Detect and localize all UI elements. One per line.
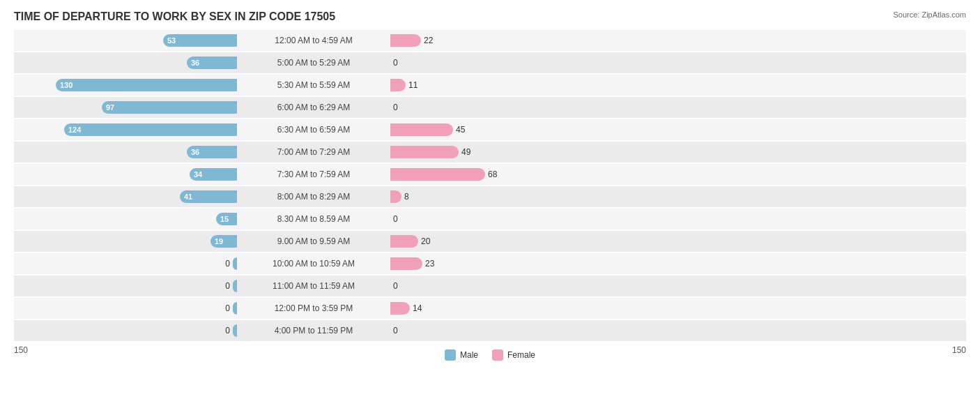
male-bar: 15 (216, 213, 237, 225)
right-bar-container: 0 (390, 101, 613, 114)
left-bar-container: 0 (14, 257, 237, 270)
time-label: 12:00 PM to 3:59 PM (237, 303, 390, 313)
time-label: 8:00 AM to 8:29 AM (237, 192, 390, 202)
source-text: Source: ZipAtlas.com (893, 10, 966, 19)
chart-container: TIME OF DEPARTURE TO WORK BY SEX IN ZIP … (0, 0, 980, 415)
male-bar: 97 (102, 101, 237, 114)
female-bar (390, 257, 422, 270)
chart-row: 124 6:30 AM to 6:59 AM 45 (14, 119, 966, 140)
male-value: 36 (191, 148, 199, 156)
female-bar (390, 168, 485, 181)
bottom-left-label: 150 (14, 345, 28, 361)
male-bar: 53 (163, 34, 237, 47)
male-value: 0 (225, 303, 233, 313)
right-bar-container: 45 (390, 123, 613, 136)
female-value: 68 (485, 169, 523, 179)
chart-row: 36 7:00 AM to 7:29 AM 49 (14, 142, 966, 163)
legend: Male Female (445, 349, 535, 361)
time-label: 4:00 PM to 11:59 PM (237, 326, 390, 335)
left-bar-container: 36 (14, 56, 237, 69)
chart-row: 53 12:00 AM to 4:59 AM 22 (14, 30, 966, 51)
female-bar (390, 146, 459, 158)
female-bar (390, 79, 406, 91)
time-label: 7:00 AM to 7:29 AM (237, 147, 390, 157)
male-bar: 124 (64, 123, 237, 136)
female-value: 0 (390, 103, 429, 112)
right-bar-container: 20 (390, 235, 613, 248)
chart-row: 15 8.30 AM to 8.59 AM 0 (14, 209, 966, 229)
bottom-labels: 150 Male Female 150 (14, 345, 966, 361)
left-bar-container: 19 (14, 235, 237, 248)
left-bar-container: 53 (14, 34, 237, 47)
time-label: 11:00 AM to 11:59 AM (237, 281, 390, 291)
legend-male-box (445, 349, 456, 361)
female-bar (390, 235, 418, 248)
time-label: 8.30 AM to 8.59 AM (237, 214, 390, 224)
male-bar: 41 (180, 190, 237, 203)
right-bar-container: 8 (390, 190, 613, 203)
female-value: 8 (401, 192, 440, 202)
male-bar: 36 (187, 56, 237, 69)
chart-title: TIME OF DEPARTURE TO WORK BY SEX IN ZIP … (14, 10, 966, 23)
female-value: 49 (459, 147, 497, 157)
time-label: 7:30 AM to 7:59 AM (237, 169, 390, 179)
legend-female-box (492, 349, 503, 361)
male-value: 41 (184, 193, 192, 201)
legend-female: Female (492, 349, 535, 361)
female-value: 45 (453, 125, 491, 135)
female-value: 11 (406, 80, 444, 90)
female-bar (390, 302, 410, 315)
male-bar: 19 (210, 235, 237, 248)
chart-row: 34 7:30 AM to 7:59 AM 68 (14, 164, 966, 185)
chart-row: 97 6:00 AM to 6:29 AM 0 (14, 97, 966, 118)
chart-row: 0 12:00 PM to 3:59 PM 14 (14, 298, 966, 319)
male-value: 36 (191, 59, 199, 67)
right-bar-container: 0 (390, 213, 613, 225)
left-bar-container: 0 (14, 324, 237, 337)
female-value: 0 (390, 214, 429, 224)
right-bar-container: 0 (390, 56, 613, 69)
chart-row: 19 9.00 AM to 9.59 AM 20 (14, 231, 966, 252)
left-bar-container: 0 (14, 302, 237, 315)
male-value: 0 (225, 326, 233, 335)
time-label: 5:00 AM to 5:29 AM (237, 58, 390, 68)
male-value: 124 (68, 126, 81, 134)
time-label: 10:00 AM to 10:59 AM (237, 259, 390, 269)
legend-male-label: Male (460, 350, 478, 360)
right-bar-container: 49 (390, 146, 613, 158)
legend-female-label: Female (507, 350, 535, 360)
left-bar-container: 41 (14, 190, 237, 203)
male-value: 19 (215, 237, 223, 246)
chart-row: 0 4:00 PM to 11:59 PM 0 (14, 320, 966, 341)
male-value: 0 (225, 259, 233, 269)
right-bar-container: 0 (390, 280, 613, 292)
female-value: 20 (418, 236, 457, 246)
chart-row: 0 11:00 AM to 11:59 AM 0 (14, 276, 966, 296)
left-bar-container: 97 (14, 101, 237, 114)
right-bar-container: 0 (390, 324, 613, 337)
time-label: 5:30 AM to 5:59 AM (237, 80, 390, 90)
female-value: 23 (422, 259, 461, 269)
left-bar-container: 15 (14, 213, 237, 225)
time-label: 9.00 AM to 9.59 AM (237, 236, 390, 246)
left-bar-container: 130 (14, 79, 237, 91)
female-value: 0 (390, 58, 429, 68)
chart-rows-wrapper: 53 12:00 AM to 4:59 AM 22 36 5:00 AM to … (14, 30, 966, 342)
female-bar (390, 190, 401, 203)
male-value: 15 (220, 215, 229, 223)
bottom-right-label: 150 (952, 345, 966, 361)
male-bar: 130 (56, 79, 237, 91)
female-value: 14 (410, 303, 448, 313)
female-bar (390, 123, 453, 136)
male-value: 53 (167, 36, 176, 45)
male-value: 0 (225, 281, 233, 291)
right-bar-container: 14 (390, 302, 613, 315)
chart-row: 0 10:00 AM to 10:59 AM 23 (14, 253, 966, 274)
male-bar: 34 (190, 168, 237, 181)
female-value: 0 (390, 281, 429, 291)
female-value: 0 (390, 326, 429, 335)
right-bar-container: 22 (390, 34, 613, 47)
chart-row: 130 5:30 AM to 5:59 AM 11 (14, 75, 966, 96)
chart-row: 36 5:00 AM to 5:29 AM 0 (14, 52, 966, 73)
time-label: 6:00 AM to 6:29 AM (237, 103, 390, 112)
